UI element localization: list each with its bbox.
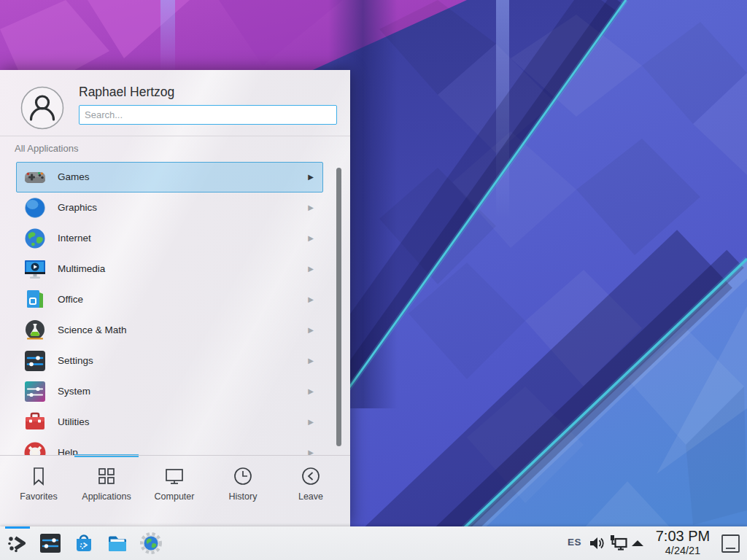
application-launcher-menu: Raphael Hertzog All Applications Games — [0, 70, 350, 526]
computer-icon — [163, 465, 185, 487]
category-row-office[interactable]: Office ▶ — [16, 284, 323, 315]
launcher-tab-bar: Favorites Applications — [0, 455, 350, 526]
bookmark-icon — [28, 465, 50, 487]
submenu-arrow-icon: ▶ — [308, 224, 314, 253]
flask-icon — [23, 319, 47, 342]
submenu-arrow-icon: ▶ — [308, 346, 314, 376]
document-icon — [23, 288, 47, 311]
globe-icon — [23, 227, 47, 250]
submenu-arrow-icon: ▶ — [308, 193, 314, 222]
user-name: Raphael Hertzog — [79, 85, 174, 100]
category-row-science-math[interactable]: Science & Math ▶ — [16, 315, 323, 346]
show-desktop-button[interactable] — [721, 534, 740, 553]
keyboard-layout-tray-icon[interactable]: ES — [568, 537, 581, 548]
category-label: Internet — [58, 224, 91, 253]
toolbox-icon — [23, 411, 47, 434]
category-row-internet[interactable]: Internet ▶ — [16, 223, 323, 254]
system-sliders-icon — [23, 380, 47, 403]
tab-label: Favorites — [7, 491, 70, 502]
gamepad-icon — [23, 166, 47, 189]
scrollbar[interactable] — [336, 168, 341, 446]
tab-applications[interactable]: Applications — [75, 465, 138, 502]
category-row-games[interactable]: Games ▶ — [16, 162, 323, 192]
user-avatar-icon — [20, 86, 64, 130]
category-list: Games ▶ Graphics ▶ — [0, 162, 350, 455]
submenu-arrow-icon: ▶ — [308, 408, 314, 437]
blue-sphere-icon — [23, 196, 47, 219]
submenu-arrow-icon: ▶ — [308, 285, 314, 314]
digital-clock[interactable]: 7:03 PM 4/24/21 — [648, 528, 718, 556]
tab-favorites[interactable]: Favorites — [7, 465, 70, 502]
category-row-settings[interactable]: Settings ▶ — [16, 346, 323, 376]
search-input[interactable] — [79, 105, 337, 125]
category-label: Science & Math — [58, 316, 127, 345]
sliders-dark-icon — [23, 349, 47, 373]
submenu-arrow-icon: ▶ — [308, 438, 314, 455]
tab-label: History — [212, 491, 274, 502]
category-label: Help — [58, 438, 78, 455]
category-label: Games — [58, 163, 90, 192]
clock-date: 4/24/21 — [648, 545, 718, 556]
category-label: Graphics — [58, 193, 97, 222]
header-separator — [0, 136, 350, 136]
kickoff-launcher-icon[interactable] — [6, 532, 29, 555]
system-settings-icon[interactable] — [39, 532, 62, 555]
category-label: Settings — [58, 346, 93, 376]
grid-icon — [96, 465, 117, 487]
file-manager-folder-icon[interactable] — [106, 532, 129, 555]
launcher-active-indicator — [5, 526, 30, 529]
category-row-help[interactable]: Help ▶ — [16, 438, 323, 455]
tab-label: Computer — [143, 491, 206, 502]
tab-leave[interactable]: Leave — [279, 465, 342, 502]
leave-icon — [300, 465, 322, 487]
lifebuoy-icon — [23, 441, 47, 455]
tab-label: Leave — [279, 491, 342, 502]
tab-history[interactable]: History — [212, 465, 274, 502]
user-avatar[interactable] — [20, 86, 64, 130]
desktop-screen: { "launcher": { "user_name": "Raphael He… — [0, 0, 747, 560]
tab-computer[interactable]: Computer — [143, 465, 206, 502]
category-row-system[interactable]: System ▶ — [16, 376, 323, 407]
clock-time: 7:03 PM — [648, 528, 718, 545]
category-row-utilities[interactable]: Utilities ▶ — [16, 407, 323, 438]
category-label: Utilities — [58, 408, 90, 437]
web-browser-globe-gear-icon[interactable] — [139, 532, 163, 555]
volume-tray-icon[interactable] — [588, 534, 605, 552]
tab-label: Applications — [75, 491, 138, 502]
discover-bag-icon[interactable] — [72, 532, 96, 555]
network-tray-icon[interactable] — [608, 534, 629, 553]
submenu-arrow-icon: ▶ — [308, 163, 314, 192]
category-label: Office — [58, 285, 83, 314]
section-label: All Applications — [15, 143, 78, 154]
category-label: System — [58, 377, 90, 406]
expand-tray-arrow-icon[interactable] — [630, 539, 645, 548]
taskbar-panel: ES 7:03 PM 4/24/21 — [0, 526, 747, 560]
submenu-arrow-icon: ▶ — [308, 316, 314, 345]
category-row-multimedia[interactable]: Multimedia ▶ — [16, 254, 323, 284]
category-row-graphics[interactable]: Graphics ▶ — [16, 192, 323, 223]
submenu-arrow-icon: ▶ — [308, 377, 314, 406]
category-label: Multimedia — [58, 254, 105, 284]
history-clock-icon — [232, 465, 254, 487]
submenu-arrow-icon: ▶ — [308, 254, 314, 284]
monitor-play-icon — [23, 257, 47, 281]
